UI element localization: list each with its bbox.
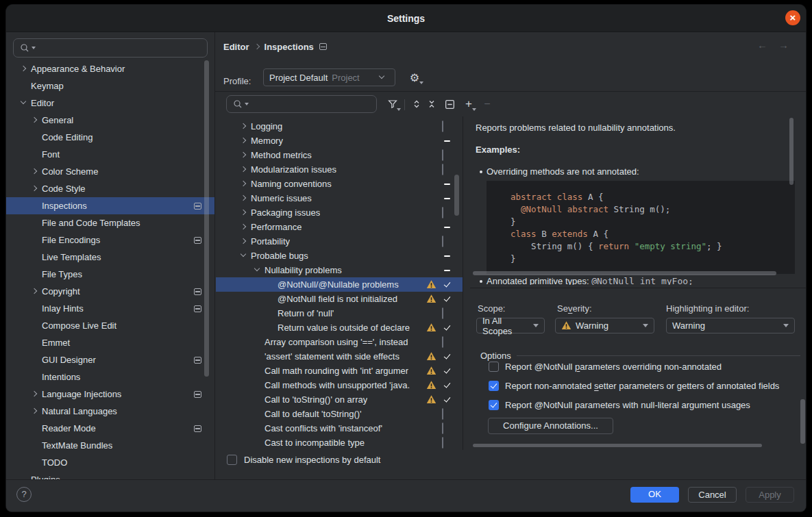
inspection-tree-row[interactable]: Call to default 'toString()' (216, 407, 463, 421)
sidebar-search-input[interactable] (37, 43, 207, 53)
gear-icon[interactable]: ⚙ (407, 71, 422, 85)
inspection-tree-row[interactable]: Packaging issues (216, 205, 463, 220)
inspection-tree-row[interactable]: Modularization issues (216, 162, 463, 177)
inspection-search-input[interactable] (250, 99, 376, 110)
forward-icon[interactable]: → (778, 39, 789, 51)
disable-new-inspections-checkbox[interactable] (227, 455, 237, 465)
chevron-icon[interactable] (29, 338, 40, 348)
chevron-icon[interactable] (29, 166, 40, 177)
sidebar-item[interactable]: Color Scheme (6, 163, 214, 180)
chevron-icon[interactable] (238, 236, 249, 247)
sidebar-item[interactable]: Inlay Hints (6, 300, 214, 317)
chevron-icon[interactable] (19, 475, 29, 479)
sidebar-item[interactable]: TextMate Bundles (6, 437, 214, 454)
option-checkbox[interactable] (489, 381, 499, 391)
inspection-tree-row[interactable]: @NotNull/@Nullable problems (216, 277, 463, 292)
options-vertical-scrollbar[interactable] (800, 399, 805, 444)
sidebar-item[interactable]: Keymap (6, 77, 214, 94)
configure-annotations-button[interactable]: Configure Annotations... (488, 418, 613, 434)
chevron-icon[interactable] (29, 115, 40, 125)
inspection-tree-row[interactable]: Numeric issues (216, 191, 463, 205)
sidebar-item[interactable]: Editor (6, 94, 214, 112)
chevron-icon[interactable] (265, 279, 275, 290)
chevron-icon[interactable] (29, 355, 40, 365)
inspection-tree-row[interactable]: Naming conventions (216, 177, 463, 191)
inspection-search-field[interactable] (226, 95, 377, 113)
inspection-tree-row[interactable]: Cast to incompatible type (216, 436, 463, 450)
options-horizontal-scrollbar[interactable] (473, 444, 762, 447)
inspection-checkbox[interactable] (442, 164, 443, 175)
chevron-icon[interactable] (252, 351, 262, 362)
chevron-icon[interactable] (29, 320, 40, 331)
sidebar-item[interactable]: Plugins (6, 471, 214, 479)
chevron-icon[interactable] (29, 184, 40, 194)
tree-scrollbar[interactable] (454, 175, 459, 216)
reset-inspection-icon[interactable] (444, 99, 456, 111)
scope-dropdown[interactable]: In All Scopes (476, 318, 545, 333)
chevron-icon[interactable] (252, 394, 262, 405)
inspection-tree-row[interactable]: @NotNull field is not initialized (216, 292, 463, 306)
description-horizontal-scrollbar[interactable] (473, 271, 776, 275)
chevron-icon[interactable] (252, 265, 262, 275)
inspection-tree-row[interactable]: Logging (216, 119, 463, 134)
sidebar-item[interactable]: Code Style (6, 180, 214, 197)
chevron-icon[interactable] (29, 132, 40, 142)
filter-icon[interactable] (387, 99, 399, 111)
inspection-checkbox[interactable] (442, 408, 443, 420)
chevron-icon[interactable] (252, 409, 262, 419)
inspection-checkbox[interactable] (442, 437, 443, 449)
chevron-icon[interactable] (265, 308, 275, 318)
sidebar-scrollbar[interactable] (204, 60, 209, 377)
sidebar-item[interactable]: File Types (6, 266, 214, 283)
inspection-checkbox[interactable] (442, 236, 443, 247)
breadcrumb-editor[interactable]: Editor (223, 42, 249, 52)
sidebar-item[interactable]: GUI Designer (6, 351, 214, 368)
inspection-tree-row[interactable]: Call math rounding with 'int' argumer (216, 364, 463, 378)
sidebar-item[interactable]: Code Editing (6, 129, 214, 146)
inspection-tree-row[interactable]: Performance (216, 220, 463, 234)
sidebar-item[interactable]: Language Injections (6, 386, 214, 403)
inspection-tree-row[interactable]: Portability (216, 234, 463, 249)
sidebar-item[interactable]: Appearance & Behavior (6, 60, 214, 77)
chevron-icon[interactable] (252, 366, 262, 376)
expand-all-icon[interactable] (411, 99, 423, 111)
chevron-icon[interactable] (29, 235, 40, 245)
chevron-icon[interactable] (238, 193, 249, 203)
chevron-icon[interactable] (29, 269, 40, 279)
inspection-checkbox[interactable] (442, 336, 443, 348)
chevron-icon[interactable] (29, 252, 40, 262)
chevron-icon[interactable] (29, 286, 40, 297)
title-bar[interactable]: Settings × (6, 5, 806, 32)
breadcrumb-inspections[interactable]: Inspections (264, 42, 314, 52)
option-row[interactable]: Report @NotNull parameters overriding no… (489, 361, 722, 372)
inspection-tree-row[interactable]: Return of 'null' (216, 306, 463, 320)
chevron-icon[interactable] (29, 201, 40, 211)
chevron-icon[interactable] (29, 457, 40, 468)
sidebar-item[interactable]: General (6, 112, 214, 129)
collapse-all-icon[interactable] (426, 99, 439, 111)
inspection-tree-row[interactable]: Probable bugs (216, 249, 463, 263)
inspection-tree-row[interactable]: Array comparison using '==', instead (216, 335, 463, 349)
inspection-tree-row[interactable]: 'assert' statement with side effects (216, 349, 463, 364)
inspection-checkbox[interactable] (442, 307, 443, 319)
chevron-icon[interactable] (238, 164, 249, 175)
inspection-tree-row[interactable]: Call methods with unsupported 'java. (216, 378, 463, 392)
chevron-icon[interactable] (29, 303, 40, 314)
chevron-icon[interactable] (252, 423, 262, 433)
sidebar-search-field[interactable] (13, 38, 208, 58)
chevron-icon[interactable] (238, 207, 249, 218)
inspection-checkbox[interactable] (442, 121, 443, 132)
sidebar-item[interactable]: Intentions (6, 368, 214, 386)
inspection-tree-row[interactable]: Nullability problems (216, 263, 463, 277)
chevron-icon[interactable] (252, 337, 262, 347)
sidebar-item[interactable]: Inspections (6, 197, 214, 214)
cancel-button[interactable]: Cancel (688, 487, 737, 503)
inspection-checkbox[interactable] (442, 207, 443, 218)
back-icon[interactable]: ← (757, 39, 767, 51)
close-icon[interactable]: × (785, 10, 800, 25)
chevron-icon[interactable] (29, 423, 40, 433)
sidebar-item[interactable]: Natural Languages (6, 403, 214, 420)
chevron-icon[interactable] (29, 149, 40, 160)
highlighting-dropdown[interactable]: Warning (666, 318, 795, 333)
search-history-icon[interactable] (32, 47, 36, 49)
